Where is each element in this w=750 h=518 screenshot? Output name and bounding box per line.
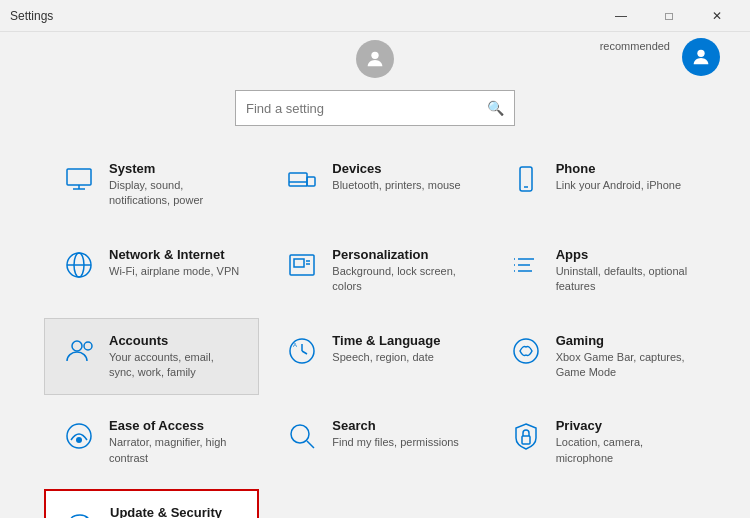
search-desc: Find my files, permissions	[332, 435, 459, 450]
phone-icon	[508, 161, 544, 197]
close-button[interactable]: ✕	[694, 0, 740, 32]
personalization-icon	[284, 247, 320, 283]
avatar-left	[356, 40, 394, 78]
setting-item-search[interactable]: Search Find my files, permissions	[267, 403, 482, 481]
system-icon	[61, 161, 97, 197]
gaming-title: Gaming	[556, 333, 689, 348]
personalization-desc: Background, lock screen, colors	[332, 264, 465, 295]
setting-item-time[interactable]: A Time & Language Speech, region, date	[267, 318, 482, 396]
accounts-title: Accounts	[109, 333, 242, 348]
time-desc: Speech, region, date	[332, 350, 440, 365]
search-input[interactable]	[246, 101, 479, 116]
svg-line-27	[302, 351, 307, 354]
title-bar: Settings — □ ✕	[0, 0, 750, 32]
network-icon	[61, 247, 97, 283]
ease-desc: Narrator, magnifier, high contrast	[109, 435, 242, 466]
gaming-icon	[508, 333, 544, 369]
ease-icon	[61, 418, 97, 454]
svg-rect-34	[522, 436, 530, 444]
svg-text:A: A	[293, 342, 297, 348]
svg-point-31	[76, 437, 82, 443]
privacy-title: Privacy	[556, 418, 689, 433]
avatar-right	[682, 38, 720, 76]
devices-icon	[284, 161, 320, 197]
svg-point-30	[67, 424, 91, 448]
search-icon	[284, 418, 320, 454]
accounts-icon	[61, 333, 97, 369]
svg-point-32	[291, 425, 309, 443]
settings-grid: System Display, sound, notifications, po…	[0, 142, 750, 518]
svg-point-0	[371, 52, 378, 59]
system-desc: Display, sound, notifications, power	[109, 178, 242, 209]
title-bar-controls: — □ ✕	[598, 0, 740, 32]
setting-item-gaming[interactable]: Gaming Xbox Game Bar, captures, Game Mod…	[491, 318, 706, 396]
update-icon	[62, 505, 98, 518]
setting-item-personalization[interactable]: Personalization Background, lock screen,…	[267, 232, 482, 310]
update-title: Update & Security	[110, 505, 241, 518]
svg-point-24	[84, 342, 92, 350]
setting-item-system[interactable]: System Display, sound, notifications, po…	[44, 146, 259, 224]
apps-icon	[508, 247, 544, 283]
personalization-title: Personalization	[332, 247, 465, 262]
setting-item-network[interactable]: Network & Internet Wi-Fi, airplane mode,…	[44, 232, 259, 310]
svg-rect-6	[307, 177, 315, 186]
setting-item-phone[interactable]: Phone Link your Android, iPhone	[491, 146, 706, 224]
network-desc: Wi-Fi, airplane mode, VPN	[109, 264, 239, 279]
title-bar-title: Settings	[10, 9, 598, 23]
devices-desc: Bluetooth, printers, mouse	[332, 178, 460, 193]
search-box[interactable]: 🔍	[235, 90, 515, 126]
privacy-icon	[508, 418, 544, 454]
search-area: 🔍	[0, 82, 750, 142]
ease-title: Ease of Access	[109, 418, 242, 433]
time-icon: A	[284, 333, 320, 369]
setting-item-ease[interactable]: Ease of Access Narrator, magnifier, high…	[44, 403, 259, 481]
svg-rect-5	[289, 173, 307, 186]
setting-item-apps[interactable]: Apps Uninstall, defaults, optional featu…	[491, 232, 706, 310]
setting-item-accounts[interactable]: Accounts Your accounts, email, sync, wor…	[44, 318, 259, 396]
svg-point-23	[72, 341, 82, 351]
svg-point-29	[514, 339, 538, 363]
phone-desc: Link your Android, iPhone	[556, 178, 681, 193]
system-title: System	[109, 161, 242, 176]
devices-title: Devices	[332, 161, 460, 176]
recommended-text: recommended	[600, 40, 670, 52]
gaming-desc: Xbox Game Bar, captures, Game Mode	[556, 350, 689, 381]
svg-rect-2	[67, 169, 91, 185]
header-area: recommended	[0, 32, 750, 82]
setting-item-update[interactable]: Update & Security Windows Update, recove…	[44, 489, 259, 518]
time-title: Time & Language	[332, 333, 440, 348]
svg-line-33	[307, 441, 314, 448]
accounts-desc: Your accounts, email, sync, work, family	[109, 350, 242, 381]
apps-desc: Uninstall, defaults, optional features	[556, 264, 689, 295]
privacy-desc: Location, camera, microphone	[556, 435, 689, 466]
network-title: Network & Internet	[109, 247, 239, 262]
setting-item-privacy[interactable]: Privacy Location, camera, microphone	[491, 403, 706, 481]
search-icon: 🔍	[487, 100, 504, 116]
svg-rect-14	[294, 259, 304, 267]
maximize-button[interactable]: □	[646, 0, 692, 32]
phone-title: Phone	[556, 161, 681, 176]
apps-title: Apps	[556, 247, 689, 262]
minimize-button[interactable]: —	[598, 0, 644, 32]
search-title: Search	[332, 418, 459, 433]
svg-point-1	[697, 50, 704, 57]
setting-item-devices[interactable]: Devices Bluetooth, printers, mouse	[267, 146, 482, 224]
